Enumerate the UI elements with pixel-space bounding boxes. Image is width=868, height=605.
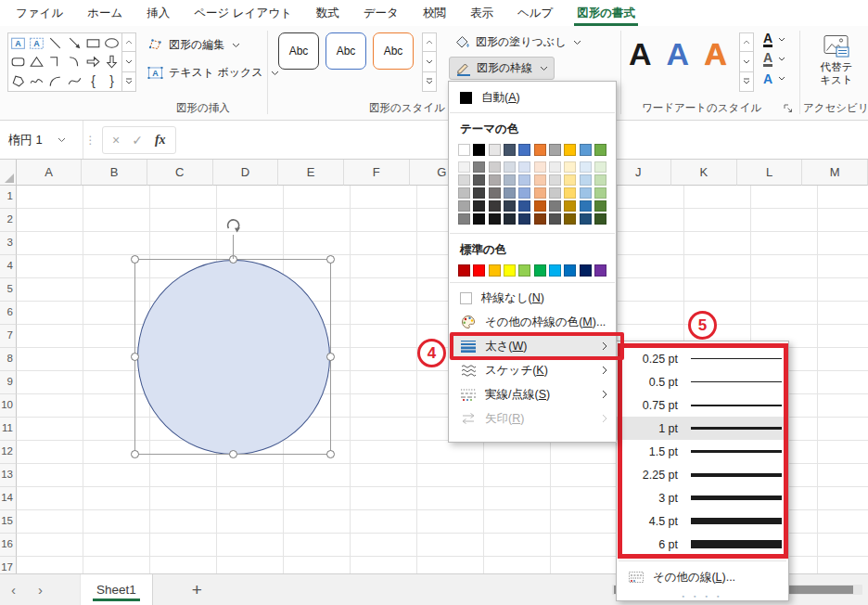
enter-icon[interactable]: ✓ xyxy=(132,133,143,148)
line-weight-option[interactable]: 1.5 pt xyxy=(617,440,788,463)
color-variant-swatch[interactable] xyxy=(473,161,485,173)
gallery-scroll-up-button[interactable] xyxy=(121,32,136,52)
color-variant-swatch[interactable] xyxy=(458,187,470,199)
standard-color-swatch[interactable] xyxy=(534,264,546,277)
formula-bar-grip[interactable]: ⋮ xyxy=(83,134,97,147)
menu-tab-4[interactable]: ページ レイアウト xyxy=(182,0,304,26)
shape-tool-freeform[interactable] xyxy=(8,71,27,91)
standard-color-swatch[interactable] xyxy=(580,264,592,277)
column-header-e[interactable]: E xyxy=(278,160,344,186)
menu-item-no-outline[interactable]: 枠線なし(N) xyxy=(449,286,616,310)
wordart-scroll-up-button[interactable] xyxy=(739,32,754,52)
theme-color-swatch[interactable] xyxy=(580,144,592,156)
menu-tab-8[interactable]: 表示 xyxy=(458,0,505,26)
color-variant-swatch[interactable] xyxy=(489,213,501,225)
next-sheet-button[interactable]: › xyxy=(27,582,54,598)
shape-tool-scribble[interactable] xyxy=(27,71,45,91)
color-variant-swatch[interactable] xyxy=(489,187,501,199)
shape-style-preview-2[interactable]: Abc xyxy=(326,32,366,70)
previous-sheet-button[interactable]: ‹ xyxy=(0,582,27,598)
gallery-more-button[interactable] xyxy=(121,72,136,92)
cancel-icon[interactable]: × xyxy=(112,133,120,148)
shape-tool-elbow-connector[interactable] xyxy=(46,53,65,72)
theme-color-swatch[interactable] xyxy=(518,144,530,156)
color-variant-swatch[interactable] xyxy=(534,213,546,225)
color-variant-swatch[interactable] xyxy=(564,213,576,225)
row-header-2[interactable]: 2 xyxy=(0,209,17,232)
menu-tab-6[interactable]: データ xyxy=(351,0,411,26)
color-variant-swatch[interactable] xyxy=(458,174,470,186)
standard-color-swatch[interactable] xyxy=(564,264,576,277)
color-variant-swatch[interactable] xyxy=(458,200,470,212)
color-variant-swatch[interactable] xyxy=(504,213,516,225)
menu-tab-1[interactable]: ファイル xyxy=(4,0,75,26)
line-weight-option[interactable]: 3 pt xyxy=(617,486,788,509)
alt-text-button[interactable]: 代替テキスト xyxy=(811,31,862,99)
menu-tab-7[interactable]: 校閲 xyxy=(411,0,458,26)
shape-tool-arc[interactable] xyxy=(46,71,65,91)
color-variant-swatch[interactable] xyxy=(489,200,501,212)
gallery-scroll-down-button[interactable] xyxy=(121,52,136,71)
edit-shape-button[interactable]: 図形の編集 xyxy=(142,34,246,56)
name-box[interactable]: 楕円 1 xyxy=(0,121,83,159)
color-variant-swatch[interactable] xyxy=(580,174,592,186)
insert-function-icon[interactable]: fx xyxy=(155,133,166,148)
wordart-style-1[interactable]: A xyxy=(629,30,652,78)
line-weight-option[interactable]: 0.75 pt xyxy=(617,393,788,417)
resize-handle-w[interactable] xyxy=(131,353,139,361)
row-header-12[interactable]: 12 xyxy=(0,441,17,464)
line-weight-option[interactable]: 1 pt xyxy=(617,417,788,440)
menu-resize-grip[interactable]: ▪ ▪ ▪ ▪ xyxy=(617,589,788,599)
row-header-6[interactable]: 6 xyxy=(0,302,17,325)
shape-tool-arrow-down[interactable] xyxy=(103,53,121,72)
menu-item-sketch[interactable]: スケッチ(K) xyxy=(449,358,616,382)
color-variant-swatch[interactable] xyxy=(534,174,546,186)
line-weight-option[interactable]: 2.25 pt xyxy=(617,463,788,486)
row-header-9[interactable]: 9 xyxy=(0,371,17,394)
standard-color-swatch[interactable] xyxy=(504,264,516,277)
line-weight-option[interactable]: 6 pt xyxy=(617,533,788,556)
line-weight-option[interactable]: 0.25 pt xyxy=(617,347,788,370)
theme-color-swatch[interactable] xyxy=(549,144,561,156)
row-header-1[interactable]: 1 xyxy=(0,186,17,209)
menu-tab-2[interactable]: ホーム xyxy=(75,0,134,26)
theme-color-swatch[interactable] xyxy=(473,144,485,156)
color-variant-swatch[interactable] xyxy=(518,174,530,186)
menu-tab-3[interactable]: 挿入 xyxy=(134,0,182,26)
shape-tool-isosceles-triangle[interactable] xyxy=(27,53,45,72)
row-header-16[interactable]: 16 xyxy=(0,534,17,557)
column-header-f[interactable]: F xyxy=(344,160,410,186)
rotate-handle-icon[interactable] xyxy=(223,216,243,236)
color-variant-swatch[interactable] xyxy=(473,200,485,212)
color-variant-swatch[interactable] xyxy=(564,187,576,199)
column-header-c[interactable]: C xyxy=(147,160,213,186)
color-variant-swatch[interactable] xyxy=(594,200,606,212)
color-variant-swatch[interactable] xyxy=(504,187,516,199)
wordart-scroll-down-button[interactable] xyxy=(739,52,754,71)
text-outline-button[interactable]: A xyxy=(760,49,788,69)
color-variant-swatch[interactable] xyxy=(534,187,546,199)
color-variant-swatch[interactable] xyxy=(504,161,516,173)
color-variant-swatch[interactable] xyxy=(564,200,576,212)
standard-color-swatch[interactable] xyxy=(458,264,470,277)
menu-item-more-outline-colors[interactable]: その他の枠線の色(M)... xyxy=(449,310,616,334)
color-variant-swatch[interactable] xyxy=(564,161,576,173)
shape-tool-vertical-textbox[interactable]: A xyxy=(27,33,45,53)
color-variant-swatch[interactable] xyxy=(473,187,485,199)
color-variant-swatch[interactable] xyxy=(504,174,516,186)
dialog-launcher-icon[interactable] xyxy=(784,104,793,113)
line-weight-option[interactable]: 0.5 pt xyxy=(617,370,788,393)
color-variant-swatch[interactable] xyxy=(580,213,592,225)
shape-tool-line-arrow[interactable] xyxy=(65,33,83,53)
resize-handle-e[interactable] xyxy=(326,353,335,361)
row-header-15[interactable]: 15 xyxy=(0,510,17,534)
shape-tool-curved-connector[interactable] xyxy=(65,53,83,72)
menu-item-weight[interactable]: 太さ(W) xyxy=(449,334,616,358)
color-variant-swatch[interactable] xyxy=(564,174,576,186)
color-variant-swatch[interactable] xyxy=(594,187,606,199)
row-header-14[interactable]: 14 xyxy=(0,487,17,510)
column-header-d[interactable]: D xyxy=(213,160,279,186)
text-fill-button[interactable]: A xyxy=(760,30,788,49)
style-scroll-down-button[interactable] xyxy=(422,52,437,71)
shape-tool-rounded-rectangle[interactable] xyxy=(8,53,27,72)
